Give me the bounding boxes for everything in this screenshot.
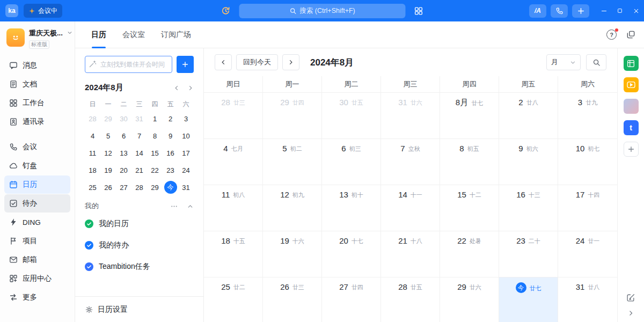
calendar-cell[interactable]: 9初六 (499, 139, 558, 185)
mini-calendar-day[interactable]: 5 (100, 127, 116, 144)
calendar-cell[interactable]: 4七月 (204, 139, 263, 185)
calendar-cell[interactable]: 16十三 (499, 185, 558, 231)
mini-calendar-day[interactable]: 31 (131, 110, 147, 127)
sidebar-item-drive[interactable]: 钉盘 (4, 157, 70, 175)
calendar-cell[interactable]: 3廿九 (558, 93, 617, 139)
mini-calendar-day[interactable]: 16 (163, 144, 178, 162)
calendar-cell[interactable]: 21十八 (381, 231, 440, 277)
mini-calendar-day[interactable]: 27 (116, 179, 131, 196)
help-icon[interactable]: ? (606, 30, 617, 40)
calendar-cell[interactable]: 18十五 (204, 231, 263, 277)
rail-avatar[interactable] (624, 99, 639, 114)
mini-calendar-day[interactable]: 29 (147, 179, 163, 196)
app-logo[interactable]: ka (5, 4, 18, 17)
calendar-cell[interactable]: 10初七 (558, 139, 617, 185)
mini-calendar-day[interactable]: 2 (163, 110, 178, 127)
mini-calendar-day[interactable]: 25 (85, 179, 100, 196)
calendar-cell-today[interactable]: 今廿七 (499, 277, 558, 322)
sidebar-item-workbench[interactable]: 工作台 (4, 94, 70, 112)
calendar-cell[interactable]: 7立秋 (381, 139, 440, 185)
calendar-cell[interactable]: 13初十 (322, 185, 381, 231)
tab-日历[interactable]: 日历 (91, 21, 106, 48)
mini-calendar-day[interactable]: 4 (85, 127, 100, 144)
org-switcher[interactable]: 重庆天极... 标准版 (0, 21, 75, 54)
view-mode-select[interactable]: 月 (546, 54, 581, 70)
sidebar-item-more[interactable]: 更多 (4, 288, 70, 306)
mini-calendar-day[interactable]: 11 (85, 144, 100, 162)
mini-calendar-day[interactable]: 1 (147, 110, 163, 127)
calendar-list-item[interactable]: 我的待办 (85, 235, 194, 256)
calendar-cell[interactable]: 27廿四 (322, 277, 381, 322)
mini-calendar-day[interactable]: 12 (100, 144, 116, 162)
sidebar-item-todo[interactable]: 待办 (4, 194, 70, 213)
calendar-cell[interactable]: 8月廿七 (440, 93, 499, 139)
history-icon[interactable] (221, 6, 231, 16)
calendar-cell[interactable]: 17十四 (558, 185, 617, 231)
calendar-cell[interactable]: 24廿一 (558, 231, 617, 277)
mini-calendar-day[interactable]: 26 (100, 179, 116, 196)
calendar-cell[interactable]: 2廿八 (499, 93, 558, 139)
calendar-cell[interactable]: 23二十 (499, 231, 558, 277)
mini-calendar-day[interactable]: 28 (131, 179, 147, 196)
calendar-checkbox[interactable] (85, 219, 93, 228)
add-button[interactable] (572, 4, 589, 18)
calendar-cell[interactable]: 29廿六 (440, 277, 499, 322)
rail-app-spreadsheet[interactable] (624, 56, 639, 71)
calendar-cell[interactable]: 19十六 (263, 231, 322, 277)
calendar-cell[interactable]: 14十一 (381, 185, 440, 231)
mini-calendar-day[interactable]: 今 (163, 179, 178, 196)
chevron-left-icon[interactable] (173, 85, 180, 91)
mini-calendar-day[interactable]: 30 (116, 110, 131, 127)
app-grid-icon[interactable] (414, 6, 423, 16)
sidebar-item-appcenter[interactable]: 应用中心 (4, 269, 70, 288)
meeting-time-search-input[interactable] (85, 56, 172, 73)
mini-calendar-day[interactable]: 28 (85, 110, 100, 127)
prev-month-button[interactable] (215, 54, 232, 70)
sidebar-item-mail[interactable]: 邮箱 (4, 251, 70, 269)
maximize-button[interactable] (612, 0, 628, 21)
rail-app-video[interactable] (624, 77, 639, 92)
ai-button[interactable]: /A (529, 4, 546, 18)
calendar-list-item[interactable]: Teambition任务 (85, 256, 194, 277)
sidebar-item-contacts[interactable]: 通讯录 (4, 113, 70, 131)
compose-icon[interactable] (626, 293, 635, 302)
calendar-checkbox[interactable] (85, 262, 93, 271)
calendar-cell[interactable]: 5初二 (263, 139, 322, 185)
back-to-today-button[interactable]: 回到今天 (236, 54, 278, 70)
mini-calendar-day[interactable]: 9 (163, 127, 178, 144)
calendar-cell[interactable]: 12初九 (263, 185, 322, 231)
rail-app-add[interactable] (624, 142, 639, 157)
mini-calendar-day[interactable]: 10 (178, 127, 194, 144)
calendar-cell[interactable]: 30廿五 (322, 93, 381, 139)
sidebar-item-project[interactable]: 项目 (4, 232, 70, 250)
mini-calendar-day[interactable]: 20 (116, 162, 131, 179)
calendar-checkbox[interactable] (85, 241, 93, 250)
tab-会议室[interactable]: 会议室 (122, 21, 145, 48)
collapse-icon[interactable] (187, 203, 194, 210)
sidebar-item-calendar[interactable]: 日历 (4, 175, 70, 194)
create-event-button[interactable] (177, 56, 194, 73)
more-options-icon[interactable] (170, 202, 178, 210)
call-button[interactable] (551, 4, 568, 18)
mini-calendar-day[interactable]: 8 (147, 127, 163, 144)
mini-calendar-day[interactable]: 21 (131, 162, 147, 179)
calendar-cell[interactable]: 26廿三 (263, 277, 322, 322)
mini-calendar-day[interactable]: 7 (131, 127, 147, 144)
mini-calendar-day[interactable]: 18 (85, 162, 100, 179)
calendar-cell[interactable]: 31廿六 (381, 93, 440, 139)
calendar-settings[interactable]: 日历设置 (75, 296, 203, 322)
calendar-cell[interactable]: 11初八 (204, 185, 263, 231)
next-month-button[interactable] (282, 54, 299, 70)
global-search-input[interactable]: 搜索 (Ctrl+Shift+F) (239, 4, 406, 18)
tab-订阅广场[interactable]: 订阅广场 (161, 21, 191, 48)
calendar-cell[interactable]: 28廿五 (381, 277, 440, 322)
mini-calendar-day[interactable]: 24 (178, 162, 194, 179)
sidebar-item-meeting[interactable]: 会议 (4, 138, 70, 156)
mini-calendar-day[interactable]: 14 (131, 144, 147, 162)
calendar-cell[interactable]: 25廿二 (204, 277, 263, 322)
calendar-cell[interactable]: 15十二 (440, 185, 499, 231)
calendar-search-button[interactable] (586, 54, 606, 70)
mini-calendar-day[interactable]: 19 (100, 162, 116, 179)
calendar-cell[interactable]: 28廿三 (204, 93, 263, 139)
close-button[interactable] (628, 0, 644, 21)
